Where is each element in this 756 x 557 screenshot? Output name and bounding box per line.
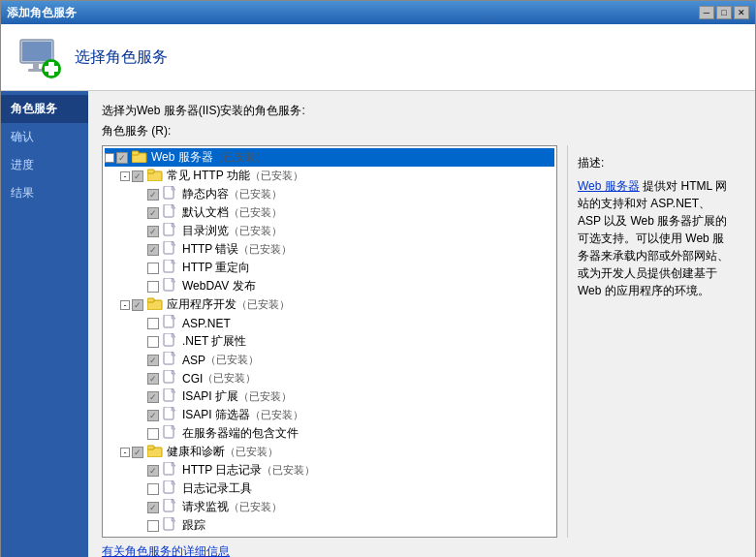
checkbox-asp-net[interactable] [147,318,159,329]
checkbox-app-dev[interactable]: ✓ [132,299,143,311]
svg-rect-2 [33,63,39,69]
description-link[interactable]: Web 服务器 [578,179,640,193]
tree-item-asp-net[interactable]: ASP.NET [105,314,554,332]
tree-item-cgi[interactable]: ✓CGI （已安装） [105,369,554,387]
main-window: 添加角色服务 ─ □ ✕ 选择角色服务 [0,0,756,557]
tree-item-log-tools[interactable]: 日志记录工具 [105,480,554,498]
checkbox-isapi-ext[interactable]: ✓ [147,391,159,403]
checkbox-log-tools[interactable] [147,483,159,495]
title-controls: ─ □ ✕ [699,6,749,19]
tree-item-net-ext[interactable]: .NET 扩展性 [105,332,554,351]
tree-item-health-diag[interactable]: -✓健康和诊断 （已安装） [105,443,554,461]
checkbox-common-http[interactable]: ✓ [132,170,143,182]
description-text: 提供对 HTML 网站的支持和对 ASP.NET、ASP 以及 Web 服务器扩… [578,179,729,297]
checkbox-http-redirect[interactable] [147,263,159,274]
installed-label-isapi-filter: （已安装） [250,408,303,422]
label-tracing: 跟踪 [182,517,205,534]
label-dir-browse: 目录浏览 [182,223,229,239]
checkbox-isapi-filter[interactable]: ✓ [147,410,159,421]
expand-btn-health-diag[interactable]: - [120,448,130,457]
tree-item-common-http[interactable]: -✓常见 HTTP 功能 （已安装） [105,167,554,185]
installed-label-asp: （已安装） [205,353,259,367]
installed-label-common-http: （已安装） [250,169,303,183]
tree-item-web-server[interactable]: -✓Web 服务器 （已安装） [105,148,554,167]
svg-rect-6 [45,66,58,72]
expand-btn-app-dev[interactable]: - [120,300,130,310]
checkbox-static-content[interactable]: ✓ [147,189,159,201]
tree-item-http-redirect[interactable]: HTTP 重定向 [105,259,554,277]
label-webdav: WebDAV 发布 [182,278,256,294]
sidebar-item-role-services[interactable]: 角色服务 [1,95,88,123]
tree-item-tracing[interactable]: 跟踪 [105,516,554,535]
checkbox-server-side-inc[interactable] [147,428,159,440]
tree-item-isapi-ext[interactable]: ✓ISAPI 扩展 （已安装） [105,387,554,406]
label-log-tools: 日志记录工具 [182,480,252,497]
label-http-log: HTTP 日志记录 [182,462,262,479]
tree-item-server-side-inc[interactable]: 在服务器端的包含文件 [105,424,554,443]
folder-icon-health-diag [147,444,163,460]
tree-item-dir-browse[interactable]: ✓目录浏览 （已安装） [105,222,554,240]
tree-item-http-log[interactable]: ✓HTTP 日志记录 （已安装） [105,461,554,480]
label-health-diag: 健康和诊断 [167,444,225,460]
checkbox-tracing[interactable] [147,520,159,532]
spacer-asp [136,356,145,365]
checkbox-http-log[interactable]: ✓ [147,465,159,477]
file-icon-default-doc [163,204,178,221]
tree-item-req-monitor[interactable]: ✓请求监视 （已安装） [105,498,554,516]
tree-item-webdav[interactable]: WebDAV 发布 [105,277,554,295]
label-req-monitor: 请求监视 [182,499,229,515]
description-panel: 描述: Web 服务器 提供对 HTML 网站的支持和对 ASP.NET、ASP… [567,145,741,538]
label-server-side-inc: 在服务器端的包含文件 [182,425,299,442]
checkbox-req-monitor[interactable]: ✓ [147,502,159,513]
checkbox-default-doc[interactable]: ✓ [147,207,159,219]
tree-item-default-doc[interactable]: ✓默认文档 （已安装） [105,203,554,222]
checkbox-web-server[interactable]: ✓ [116,152,128,164]
expand-btn-web-server[interactable]: - [105,153,114,163]
label-isapi-ext: ISAPI 扩展 [182,388,238,405]
installed-label-app-dev: （已安装） [236,297,290,312]
spacer-dir-browse [136,227,145,236]
tree-item-asp[interactable]: ✓ASP （已安装） [105,351,554,369]
spacer-log-tools [136,484,145,494]
installed-label-health-diag: （已安装） [225,445,278,459]
spacer-default-doc [136,208,145,218]
label-net-ext: .NET 扩展性 [182,333,246,350]
close-button[interactable]: ✕ [734,6,749,19]
tree-item-static-content[interactable]: ✓静态内容 （已安装） [105,185,554,203]
spacer-webdav [136,282,145,292]
details-link[interactable]: 有关角色服务的详细信息 [102,544,230,557]
window-title: 添加角色服务 [7,5,77,21]
minimize-button[interactable]: ─ [699,6,714,19]
spacer-http-log [136,466,145,476]
title-bar: 添加角色服务 ─ □ ✕ [1,1,755,24]
checkbox-http-errors[interactable]: ✓ [147,244,159,256]
sidebar-item-progress[interactable]: 进度 [1,151,88,179]
checkbox-webdav[interactable] [147,281,159,293]
sidebar-item-result[interactable]: 结果 [1,179,88,207]
link-row: 有关角色服务的详细信息 [102,543,741,557]
file-icon-static-content [163,186,178,202]
checkbox-dir-browse[interactable]: ✓ [147,226,159,237]
checkbox-cgi[interactable]: ✓ [147,373,159,385]
role-services-tree[interactable]: -✓Web 服务器 （已安装）-✓常见 HTTP 功能 （已安装）✓静态内容 （… [102,145,557,538]
sidebar-item-confirm[interactable]: 确认 [1,123,88,151]
sublabel: 角色服务 (R): [102,123,741,139]
svg-rect-27 [147,446,154,449]
description-title: 描述: [578,155,732,171]
checkbox-asp[interactable]: ✓ [147,355,159,366]
expand-btn-common-http[interactable]: - [120,171,130,181]
tree-item-app-dev[interactable]: -✓应用程序开发 （已安装） [105,295,554,314]
installed-label-web-server: （已安装） [213,150,267,165]
checkbox-net-ext[interactable] [147,336,159,348]
description-body: Web 服务器 提供对 HTML 网站的支持和对 ASP.NET、ASP 以及 … [578,177,732,299]
tree-item-isapi-filter[interactable]: ✓ISAPI 筛选器 （已安装） [105,406,554,424]
checkbox-health-diag[interactable]: ✓ [132,447,143,458]
label-default-doc: 默认文档 [182,204,229,221]
label-static-content: 静态内容 [182,186,229,202]
file-icon-req-monitor [163,499,178,515]
maximize-button[interactable]: □ [716,6,732,19]
tree-item-http-errors[interactable]: ✓HTTP 错误 （已安装） [105,240,554,259]
file-icon-dir-browse [163,223,178,239]
label-http-errors: HTTP 错误 [182,241,238,258]
installed-label-cgi: （已安装） [203,371,256,386]
